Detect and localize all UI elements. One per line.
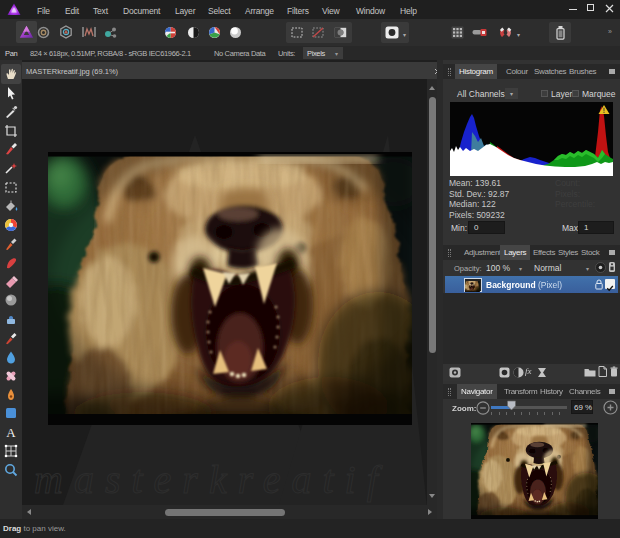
svg-text:A: A	[6, 425, 16, 440]
